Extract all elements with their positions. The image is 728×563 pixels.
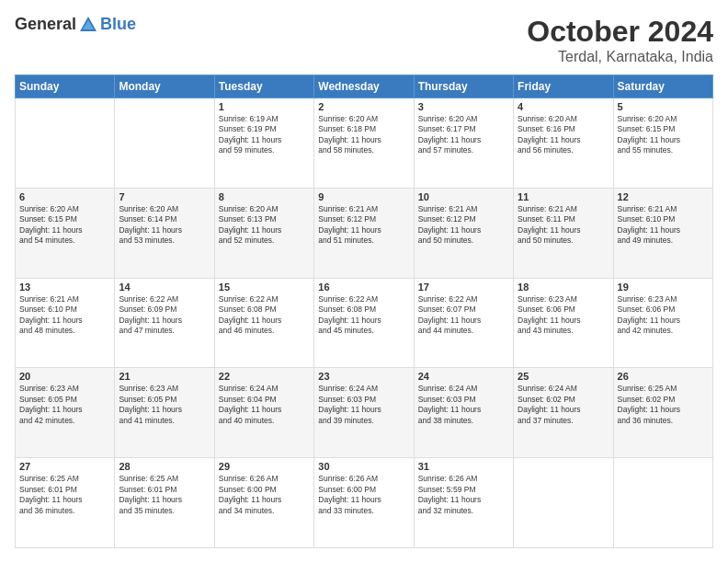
day-number-15: 15 [219,282,310,293]
day-number-27: 27 [19,461,110,472]
day-number-22: 22 [219,371,310,382]
calendar-cell-w2-d2: 15Sunrise: 6:22 AM Sunset: 6:08 PM Dayli… [214,278,313,368]
calendar-cell-w3-d2: 22Sunrise: 6:24 AM Sunset: 6:04 PM Dayli… [214,368,313,458]
calendar-cell-w2-d0: 13Sunrise: 6:21 AM Sunset: 6:10 PM Dayli… [16,278,115,368]
logo-icon [78,15,98,35]
calendar-cell-w4-d5 [514,458,613,548]
page: General Blue October 2024 Terdal, Karnat… [0,0,728,563]
day-info-7: Sunrise: 6:20 AM Sunset: 6:14 PM Dayligh… [119,204,210,247]
calendar-cell-w1-d5: 11Sunrise: 6:21 AM Sunset: 6:11 PM Dayli… [514,188,613,278]
calendar-cell-w1-d0: 6Sunrise: 6:20 AM Sunset: 6:15 PM Daylig… [16,188,115,278]
calendar-cell-w0-d4: 3Sunrise: 6:20 AM Sunset: 6:17 PM Daylig… [414,98,513,189]
day-info-19: Sunrise: 6:23 AM Sunset: 6:06 PM Dayligh… [618,294,709,337]
calendar-cell-w1-d6: 12Sunrise: 6:21 AM Sunset: 6:10 PM Dayli… [613,188,712,278]
day-number-14: 14 [119,282,210,293]
calendar-table: Sunday Monday Tuesday Wednesday Thursday… [15,75,713,548]
calendar-cell-w3-d3: 23Sunrise: 6:24 AM Sunset: 6:03 PM Dayli… [314,368,414,458]
day-number-5: 5 [618,101,709,112]
day-info-16: Sunrise: 6:22 AM Sunset: 6:08 PM Dayligh… [318,294,409,337]
calendar-cell-w3-d0: 20Sunrise: 6:23 AM Sunset: 6:05 PM Dayli… [16,368,115,458]
header-tuesday: Tuesday [214,75,313,98]
day-info-13: Sunrise: 6:21 AM Sunset: 6:10 PM Dayligh… [19,294,110,337]
day-info-12: Sunrise: 6:21 AM Sunset: 6:10 PM Dayligh… [618,204,709,247]
day-info-11: Sunrise: 6:21 AM Sunset: 6:11 PM Dayligh… [518,204,609,247]
day-number-20: 20 [19,371,110,382]
day-number-26: 26 [618,371,709,382]
day-number-4: 4 [518,101,609,112]
calendar-cell-w4-d3: 30Sunrise: 6:26 AM Sunset: 6:00 PM Dayli… [314,458,414,548]
day-number-7: 7 [119,191,210,202]
calendar-cell-w1-d4: 10Sunrise: 6:21 AM Sunset: 6:12 PM Dayli… [414,188,513,278]
day-info-26: Sunrise: 6:25 AM Sunset: 6:02 PM Dayligh… [618,384,709,426]
title-block: October 2024 Terdal, Karnataka, India [527,15,713,65]
day-info-10: Sunrise: 6:21 AM Sunset: 6:12 PM Dayligh… [418,204,509,247]
calendar-cell-w1-d1: 7Sunrise: 6:20 AM Sunset: 6:14 PM Daylig… [115,188,214,278]
calendar-cell-w3-d4: 24Sunrise: 6:24 AM Sunset: 6:03 PM Dayli… [414,368,513,458]
day-number-2: 2 [318,101,409,112]
day-number-3: 3 [418,101,509,112]
header-thursday: Thursday [414,75,513,98]
day-info-17: Sunrise: 6:22 AM Sunset: 6:07 PM Dayligh… [418,294,509,337]
header-monday: Monday [115,75,214,98]
day-number-29: 29 [219,461,310,472]
day-info-9: Sunrise: 6:21 AM Sunset: 6:12 PM Dayligh… [318,204,409,247]
header: General Blue October 2024 Terdal, Karnat… [15,15,713,65]
calendar-cell-w4-d0: 27Sunrise: 6:25 AM Sunset: 6:01 PM Dayli… [16,458,115,548]
day-info-4: Sunrise: 6:20 AM Sunset: 6:16 PM Dayligh… [518,114,609,156]
day-number-31: 31 [418,461,509,472]
day-number-11: 11 [518,191,609,202]
day-number-24: 24 [418,371,509,382]
calendar-cell-w0-d6: 5Sunrise: 6:20 AM Sunset: 6:15 PM Daylig… [613,98,712,189]
day-info-18: Sunrise: 6:23 AM Sunset: 6:06 PM Dayligh… [518,294,609,337]
day-info-6: Sunrise: 6:20 AM Sunset: 6:15 PM Dayligh… [19,204,110,247]
day-info-30: Sunrise: 6:26 AM Sunset: 6:00 PM Dayligh… [318,474,409,516]
calendar-cell-w1-d3: 9Sunrise: 6:21 AM Sunset: 6:12 PM Daylig… [314,188,414,278]
calendar-cell-w3-d6: 26Sunrise: 6:25 AM Sunset: 6:02 PM Dayli… [613,368,712,458]
day-info-24: Sunrise: 6:24 AM Sunset: 6:03 PM Dayligh… [418,384,509,426]
calendar-cell-w4-d6 [613,458,712,548]
day-info-25: Sunrise: 6:24 AM Sunset: 6:02 PM Dayligh… [518,384,609,426]
day-number-12: 12 [618,191,709,202]
calendar-cell-w4-d2: 29Sunrise: 6:26 AM Sunset: 6:00 PM Dayli… [214,458,313,548]
calendar-cell-w1-d2: 8Sunrise: 6:20 AM Sunset: 6:13 PM Daylig… [214,188,313,278]
header-friday: Friday [514,75,613,98]
day-info-21: Sunrise: 6:23 AM Sunset: 6:05 PM Dayligh… [119,384,210,426]
day-info-3: Sunrise: 6:20 AM Sunset: 6:17 PM Dayligh… [418,114,509,156]
day-number-10: 10 [418,191,509,202]
calendar-cell-w2-d6: 19Sunrise: 6:23 AM Sunset: 6:06 PM Dayli… [613,278,712,368]
header-sunday: Sunday [16,75,115,98]
day-number-28: 28 [119,461,210,472]
calendar-cell-w0-d0 [16,98,115,189]
day-number-23: 23 [318,371,409,382]
week-row-0: 1Sunrise: 6:19 AM Sunset: 6:19 PM Daylig… [16,98,713,189]
day-number-13: 13 [19,282,110,293]
logo: General Blue [15,15,136,35]
day-number-1: 1 [219,101,310,112]
day-info-31: Sunrise: 6:26 AM Sunset: 5:59 PM Dayligh… [418,474,509,516]
calendar-cell-w0-d3: 2Sunrise: 6:20 AM Sunset: 6:18 PM Daylig… [314,98,414,189]
day-info-5: Sunrise: 6:20 AM Sunset: 6:15 PM Dayligh… [618,114,709,156]
calendar-cell-w2-d5: 18Sunrise: 6:23 AM Sunset: 6:06 PM Dayli… [514,278,613,368]
calendar-location: Terdal, Karnataka, India [527,49,713,65]
calendar-cell-w2-d4: 17Sunrise: 6:22 AM Sunset: 6:07 PM Dayli… [414,278,513,368]
calendar-cell-w4-d4: 31Sunrise: 6:26 AM Sunset: 5:59 PM Dayli… [414,458,513,548]
day-info-14: Sunrise: 6:22 AM Sunset: 6:09 PM Dayligh… [119,294,210,337]
day-number-19: 19 [618,282,709,293]
calendar-cell-w0-d5: 4Sunrise: 6:20 AM Sunset: 6:16 PM Daylig… [514,98,613,189]
header-wednesday: Wednesday [314,75,414,98]
calendar-cell-w0-d1 [115,98,214,189]
calendar-header-row: Sunday Monday Tuesday Wednesday Thursday… [16,75,713,98]
week-row-2: 13Sunrise: 6:21 AM Sunset: 6:10 PM Dayli… [16,278,713,368]
calendar-cell-w0-d2: 1Sunrise: 6:19 AM Sunset: 6:19 PM Daylig… [214,98,313,189]
day-number-17: 17 [418,282,509,293]
logo-blue: Blue [100,16,136,34]
day-info-1: Sunrise: 6:19 AM Sunset: 6:19 PM Dayligh… [219,114,310,156]
calendar-cell-w3-d1: 21Sunrise: 6:23 AM Sunset: 6:05 PM Dayli… [115,368,214,458]
day-info-22: Sunrise: 6:24 AM Sunset: 6:04 PM Dayligh… [219,384,310,426]
day-info-23: Sunrise: 6:24 AM Sunset: 6:03 PM Dayligh… [318,384,409,426]
week-row-1: 6Sunrise: 6:20 AM Sunset: 6:15 PM Daylig… [16,188,713,278]
day-info-15: Sunrise: 6:22 AM Sunset: 6:08 PM Dayligh… [219,294,310,337]
day-number-18: 18 [518,282,609,293]
day-info-20: Sunrise: 6:23 AM Sunset: 6:05 PM Dayligh… [19,384,110,426]
day-info-29: Sunrise: 6:26 AM Sunset: 6:00 PM Dayligh… [219,474,310,516]
